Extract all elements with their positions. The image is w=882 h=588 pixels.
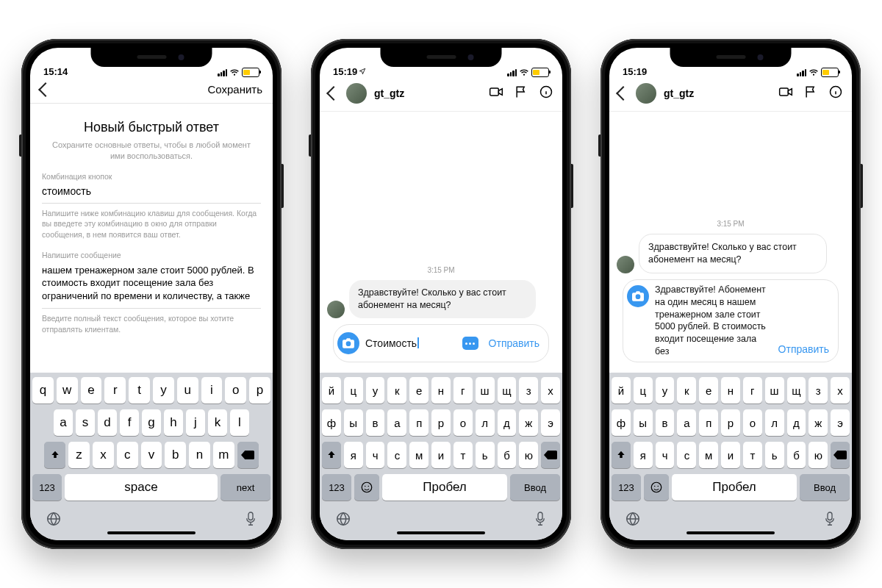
key-j[interactable]: j (186, 409, 205, 436)
avatar[interactable] (617, 256, 634, 273)
home-indicator[interactable] (397, 531, 485, 534)
key-у[interactable]: у (366, 377, 385, 404)
message-input[interactable]: нашем тренажерном зале стоит 5000 рублей… (42, 264, 261, 309)
key-ю[interactable]: ю (519, 442, 538, 468)
globe-icon[interactable] (46, 511, 62, 527)
key-ф[interactable]: ф (612, 409, 631, 436)
info-icon[interactable] (828, 85, 843, 102)
key-ч[interactable]: ч (656, 442, 675, 468)
key-щ[interactable]: щ (498, 377, 517, 404)
key-o[interactable]: o (225, 377, 246, 404)
key-w[interactable]: w (57, 377, 78, 404)
globe-icon[interactable] (335, 511, 351, 527)
key-ь[interactable]: ь (765, 442, 784, 468)
key-e[interactable]: e (81, 377, 102, 404)
key-р[interactable]: р (721, 409, 740, 436)
key-f[interactable]: f (120, 409, 139, 436)
shift-key[interactable] (612, 442, 631, 468)
mic-icon[interactable] (534, 511, 547, 527)
space-key[interactable]: Пробел (382, 474, 507, 501)
key-k[interactable]: k (208, 409, 227, 436)
key-z[interactable]: z (68, 442, 90, 468)
key-а[interactable]: а (677, 409, 696, 436)
key-ж[interactable]: ж (519, 409, 538, 436)
key-л[interactable]: л (765, 409, 784, 436)
camera-icon[interactable] (627, 285, 649, 307)
key-л[interactable]: л (476, 409, 495, 436)
key-п[interactable]: п (409, 409, 429, 436)
mic-icon[interactable] (244, 511, 257, 527)
key-й[interactable]: й (612, 377, 631, 404)
keyboard[interactable]: qwertyuiop asdfghjkl zxcvbnm 123 space n… (30, 373, 273, 540)
home-indicator[interactable] (107, 531, 196, 534)
avatar[interactable] (636, 83, 656, 104)
key-l[interactable]: l (230, 409, 249, 436)
key-е[interactable]: е (699, 377, 718, 404)
key-о[interactable]: о (453, 409, 473, 436)
key-б[interactable]: б (787, 442, 806, 468)
key-с[interactable]: с (677, 442, 696, 468)
key-ш[interactable]: ш (765, 377, 784, 404)
key-к[interactable]: к (677, 377, 696, 404)
keyboard[interactable]: йцукенгшщзх фывапролджэ ячсмитьбю 123 Пр… (609, 373, 852, 540)
key-q[interactable]: q (32, 377, 54, 404)
key-m[interactable]: m (213, 442, 234, 468)
numeric-key[interactable]: 123 (612, 474, 641, 501)
back-icon[interactable] (326, 86, 341, 101)
key-x[interactable]: x (93, 442, 114, 468)
key-ы[interactable]: ы (634, 409, 653, 436)
numeric-key[interactable]: 123 (32, 474, 62, 501)
key-ь[interactable]: ь (476, 442, 495, 468)
key-p[interactable]: p (249, 377, 270, 404)
next-key[interactable]: next (220, 474, 270, 501)
key-r[interactable]: r (104, 377, 126, 404)
enter-key[interactable]: Ввод (800, 474, 850, 501)
avatar[interactable] (346, 83, 367, 104)
key-э[interactable]: э (831, 409, 850, 436)
key-к[interactable]: к (387, 377, 406, 404)
shift-key[interactable] (44, 442, 65, 468)
key-д[interactable]: д (498, 409, 517, 436)
key-c[interactable]: c (117, 442, 138, 468)
video-icon[interactable] (489, 85, 503, 102)
key-t[interactable]: t (129, 377, 150, 404)
emoji-key[interactable] (354, 474, 379, 501)
send-button[interactable]: Отправить (486, 337, 542, 349)
back-icon[interactable] (616, 86, 631, 101)
key-я[interactable]: я (634, 442, 653, 468)
key-н[interactable]: н (721, 377, 740, 404)
key-б[interactable]: б (498, 442, 517, 468)
key-я[interactable]: я (344, 442, 363, 468)
key-с[interactable]: с (387, 442, 406, 468)
key-н[interactable]: н (431, 377, 451, 404)
username[interactable]: gt_gtz (664, 87, 771, 99)
globe-icon[interactable] (625, 511, 641, 527)
send-button[interactable]: Отправить (775, 343, 832, 355)
key-у[interactable]: у (656, 377, 675, 404)
key-ы[interactable]: ы (344, 409, 363, 436)
shift-key[interactable] (322, 442, 341, 468)
key-ц[interactable]: ц (344, 377, 363, 404)
keyboard[interactable]: йцукенгшщзх фывапролджэ ячсмитьбю 123 Пр… (320, 373, 562, 540)
emoji-key[interactable] (644, 474, 669, 501)
space-key[interactable]: space (65, 474, 218, 501)
info-icon[interactable] (539, 85, 553, 102)
key-э[interactable]: э (541, 409, 560, 436)
space-key[interactable]: Пробел (672, 474, 797, 501)
username[interactable]: gt_gtz (374, 87, 481, 99)
camera-icon[interactable] (337, 332, 359, 354)
shortcut-input[interactable]: стоимость (42, 185, 261, 204)
key-v[interactable]: v (141, 442, 162, 468)
backspace-key[interactable] (831, 442, 850, 468)
key-г[interactable]: г (743, 377, 762, 404)
key-ж[interactable]: ж (808, 409, 828, 436)
composer[interactable]: Стоимость Отправить (333, 324, 549, 362)
mic-icon[interactable] (823, 511, 836, 527)
message-input[interactable]: Стоимость (365, 337, 456, 351)
flag-icon[interactable] (514, 85, 528, 102)
key-м[interactable]: м (699, 442, 718, 468)
key-a[interactable]: a (54, 409, 73, 436)
quick-reply-icon[interactable] (462, 337, 478, 350)
key-е[interactable]: е (409, 377, 429, 404)
key-а[interactable]: а (387, 409, 406, 436)
